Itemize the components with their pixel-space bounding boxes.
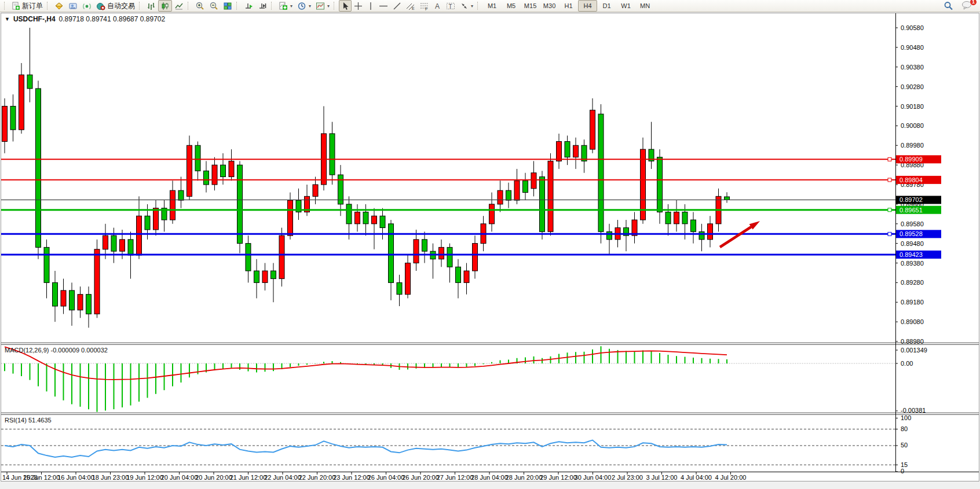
arrows-button[interactable]: ▾ (458, 0, 476, 12)
templates-button[interactable]: ▾ (313, 0, 332, 12)
time-tick-label: 28 Jun 04:00 (471, 474, 508, 481)
fibonacci-button[interactable]: F (418, 0, 432, 12)
line-chart-icon (174, 2, 184, 10)
search-button[interactable] (941, 0, 956, 12)
new-order-button[interactable]: 新订单 (9, 0, 45, 12)
candle-body (61, 291, 66, 306)
time-tick-label: 4 Jul 20:00 (715, 474, 747, 481)
chart-candles-button[interactable] (158, 0, 172, 12)
candle-body (229, 161, 234, 177)
candle-body (36, 89, 41, 247)
candle-body (346, 204, 352, 224)
zoom-in-icon (195, 2, 204, 10)
toolbar-grip[interactable] (139, 2, 141, 10)
chart-title: ▼ USDCHF-,H4 0.89718 0.89741 0.89687 0.8… (5, 15, 165, 23)
candle-body (657, 157, 663, 212)
ohlc-close: 0.89702 (140, 15, 165, 23)
cursor-icon (341, 2, 349, 10)
toolbar-grip[interactable] (236, 2, 239, 10)
candle-body (422, 240, 427, 251)
chart-canvas[interactable]: 0.905800.904800.903800.902800.901800.900… (0, 13, 980, 489)
timeframe-button-mn[interactable]: MN (635, 0, 654, 12)
timeframe-button-m30[interactable]: M30 (540, 0, 559, 12)
timeframe-button-h4[interactable]: H4 (578, 0, 597, 12)
price-tick-label: 0.90080 (901, 122, 924, 129)
candle-body (372, 216, 377, 224)
candle-body (70, 291, 75, 310)
rsi-scale-label: 80 (901, 425, 908, 432)
horizontal-line-button[interactable] (376, 0, 390, 12)
price-tag-0.89804-text: 0.89804 (899, 177, 923, 183)
macd-indicator-label: MACD(12,26,9) -0.000009 0.000032 (5, 347, 108, 354)
timeframe-button-h1[interactable]: H1 (559, 0, 578, 12)
toolbar-grip[interactable] (477, 2, 480, 10)
candle-body (598, 114, 604, 231)
cursor-button[interactable] (339, 0, 352, 12)
autotrading-button[interactable]: 自动交易 (94, 0, 137, 12)
candle-body (103, 236, 108, 249)
price-tick-label: 0.90380 (901, 64, 924, 71)
text-label-button[interactable]: T (444, 0, 458, 12)
toolbar-grip[interactable] (4, 2, 6, 10)
time-tick-label: 20 Jun 20:00 (195, 474, 232, 481)
rsi-indicator-label: RSI(14) 51.4635 (5, 417, 52, 424)
terminal-button[interactable] (66, 0, 80, 12)
toolbar-grip[interactable] (334, 2, 336, 10)
new-order-icon (12, 2, 20, 10)
line-drag-handle[interactable] (888, 232, 891, 236)
chart-bars-button[interactable] (144, 0, 158, 12)
candle-body (389, 224, 394, 283)
timeframe-button-w1[interactable]: W1 (616, 0, 635, 12)
price-tag-0.89651-text: 0.89651 (899, 207, 923, 214)
signals-button[interactable] (80, 0, 94, 12)
chart-line-button[interactable] (172, 0, 186, 12)
line-drag-handle[interactable] (888, 178, 891, 182)
tile-windows-button[interactable] (221, 0, 235, 12)
candle-body (506, 190, 511, 200)
one-click-panel-toggle[interactable]: ▼ (5, 16, 10, 22)
timeframe-button-m5[interactable]: M5 (502, 0, 521, 12)
text-button[interactable]: A (432, 0, 444, 12)
toolbar-grip[interactable] (188, 2, 190, 10)
timeframe-button-m15[interactable]: M15 (521, 0, 540, 12)
periods-button[interactable]: ▾ (295, 0, 313, 12)
candle-body (2, 106, 8, 142)
crosshair-button[interactable] (352, 0, 365, 12)
timeframe-button-d1[interactable]: D1 (597, 0, 616, 12)
timeframe-button-m1[interactable]: M1 (482, 0, 502, 12)
candle-body (111, 236, 116, 251)
autotrading-label: 自动交易 (107, 1, 135, 11)
chart-shift-button[interactable] (255, 0, 269, 12)
line-drag-handle[interactable] (888, 208, 891, 212)
macd-max-label: 0.001349 (901, 347, 927, 354)
clock-icon (297, 2, 306, 10)
vertical-line-button[interactable] (365, 0, 376, 12)
time-tick-label: 30 Jun 04:00 (575, 474, 612, 481)
candle-body (514, 181, 520, 200)
line-drag-handle[interactable] (888, 157, 891, 161)
auto-scroll-button[interactable] (242, 0, 255, 12)
candlestick-chart-icon (160, 2, 170, 10)
toolbar-grip[interactable] (47, 2, 49, 10)
candle-body (355, 212, 360, 223)
candle-body (262, 271, 268, 282)
fibonacci-icon: F (420, 2, 429, 10)
toolbar-grip[interactable] (271, 2, 273, 10)
equidistant-channel-button[interactable]: E (404, 0, 418, 12)
candle-body (447, 247, 452, 267)
timeframe-group: M1M5M15M30H1H4D1W1MN (482, 0, 654, 12)
zoom-out-button[interactable] (207, 0, 221, 12)
notifications-button[interactable]: 1 (959, 0, 974, 12)
chevron-down-icon: ▾ (471, 3, 473, 9)
trendline-button[interactable] (390, 0, 404, 12)
tile-windows-icon (223, 2, 232, 10)
candle-body (473, 244, 478, 271)
indicators-button[interactable]: ▾ (276, 0, 295, 12)
signal-icon (82, 2, 92, 10)
metaeditor-button[interactable] (52, 0, 66, 12)
candle-body (540, 177, 545, 231)
candle-body (178, 190, 184, 200)
candle-body (674, 212, 679, 223)
zoom-in-button[interactable] (193, 0, 207, 12)
candle-body (498, 190, 503, 204)
